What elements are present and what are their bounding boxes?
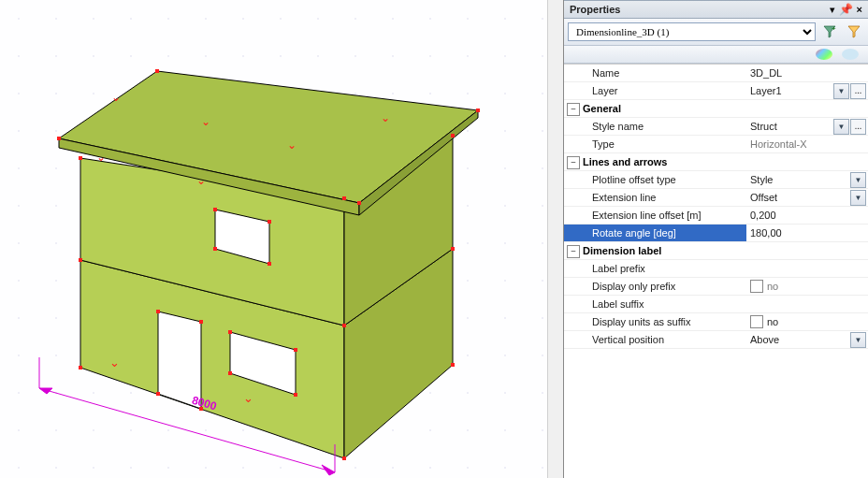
ellipsis-button[interactable]: ... xyxy=(850,119,866,135)
svg-rect-25 xyxy=(57,137,61,140)
prop-rotate-angle-label: Rotate angle [deg] xyxy=(564,225,746,241)
prop-style-name-value[interactable]: Struct ▼ ... xyxy=(746,118,868,135)
svg-rect-21 xyxy=(451,247,455,251)
prop-layer-value[interactable]: Layer1 ▼ ... xyxy=(746,82,868,99)
prop-display-units-suffix-value[interactable]: no xyxy=(746,313,868,330)
svg-rect-19 xyxy=(79,258,82,262)
prop-ext-offset-value[interactable]: 0,200 xyxy=(746,207,868,224)
svg-rect-16 xyxy=(79,366,82,369)
svg-text:⌄: ⌄ xyxy=(381,111,390,124)
svg-rect-39 xyxy=(213,247,217,251)
svg-rect-29 xyxy=(156,310,160,313)
panel-tab-row xyxy=(564,46,868,64)
prop-layer-label: Layer xyxy=(564,82,746,99)
prop-plot-offset-type-label: Plotline offset type xyxy=(564,171,746,188)
funnel-icon[interactable] xyxy=(844,22,864,42)
svg-rect-35 xyxy=(228,371,232,375)
checkbox[interactable] xyxy=(750,280,763,293)
svg-rect-22 xyxy=(79,156,82,160)
svg-rect-33 xyxy=(228,330,232,334)
prop-display-units-suffix-label: Display units as suffix xyxy=(564,313,746,330)
prop-style-name-label: Style name xyxy=(564,118,746,135)
prop-display-only-prefix-label: Display only prefix xyxy=(564,278,746,295)
prop-rotate-angle-value[interactable]: 180,00 xyxy=(746,225,868,241)
prop-plot-offset-type-value[interactable]: Style ▼ xyxy=(746,171,868,188)
properties-panel: Properties ▾ 📌 × Dimensionline_3D (1) + … xyxy=(563,0,868,478)
dropdown-icon[interactable]: ▼ xyxy=(850,332,866,348)
svg-rect-18 xyxy=(451,363,455,367)
svg-rect-37 xyxy=(213,208,217,211)
palette-icon[interactable] xyxy=(816,49,832,60)
panel-title: Properties xyxy=(570,4,620,15)
prop-name-label: Name xyxy=(564,65,746,81)
panel-toolbar: Dimensionline_3D (1) + xyxy=(564,19,868,46)
prop-ext-offset-label: Extension line offset [m] xyxy=(564,207,746,224)
group-toggle-lines[interactable]: − xyxy=(567,156,580,169)
svg-rect-38 xyxy=(268,220,271,224)
prop-display-only-prefix-value[interactable]: no xyxy=(746,278,868,295)
funnel-add-icon[interactable]: + xyxy=(819,22,840,42)
group-toggle-dimlabel[interactable]: − xyxy=(567,245,580,258)
property-grid: Name 3D_DL Layer Layer1 ▼ ... − General … xyxy=(564,64,868,478)
group-dimlabel: Dimension label xyxy=(583,242,661,259)
3d-viewport[interactable]: ⌄ ⌄ ⌄ ⌄ ⌄ ⌄ ⌄ ⌄ 8000 xyxy=(0,0,563,478)
svg-rect-30 xyxy=(199,320,203,324)
prop-ext-line-label: Extension line xyxy=(564,189,746,206)
svg-text:+: + xyxy=(832,24,836,33)
svg-rect-24 xyxy=(451,134,455,138)
svg-rect-27 xyxy=(476,109,480,112)
selection-dropdown[interactable]: Dimensionline_3D (1) xyxy=(568,22,816,41)
dropdown-icon[interactable]: ▼ xyxy=(850,172,866,188)
prop-label-prefix-value[interactable] xyxy=(746,260,868,277)
svg-text:⌄: ⌄ xyxy=(111,91,121,104)
dropdown-icon[interactable]: ▾ xyxy=(830,4,835,16)
svg-text:⌄: ⌄ xyxy=(201,115,210,128)
prop-label-suffix-label: Label suffix xyxy=(564,296,746,312)
prop-name-value[interactable]: 3D_DL xyxy=(746,65,868,81)
svg-text:⌄: ⌄ xyxy=(109,355,120,369)
group-lines: Lines and arrows xyxy=(583,153,667,170)
svg-rect-36 xyxy=(294,393,297,397)
prop-vertical-position-label: Vertical position xyxy=(564,331,746,348)
group-toggle-general[interactable]: − xyxy=(567,103,580,116)
svg-text:⌄: ⌄ xyxy=(287,138,297,152)
svg-rect-17 xyxy=(342,456,346,460)
prop-type-value: Horizontal-X xyxy=(746,136,868,152)
prop-vertical-position-value[interactable]: Above ▼ xyxy=(746,331,868,348)
svg-rect-28 xyxy=(155,69,159,73)
checkbox[interactable] xyxy=(750,315,763,328)
dropdown-icon[interactable]: ▼ xyxy=(833,83,849,99)
panel-titlebar[interactable]: Properties ▾ 📌 × xyxy=(564,0,868,19)
ellipsis-button[interactable]: ... xyxy=(850,83,866,99)
svg-text:⌄: ⌄ xyxy=(96,151,106,164)
prop-type-label: Type xyxy=(564,136,746,152)
svg-rect-23 xyxy=(342,196,346,200)
svg-text:⌄: ⌄ xyxy=(196,174,206,187)
prop-ext-line-value[interactable]: Offset ▼ xyxy=(746,189,868,206)
viewport-vertical-scrollbar[interactable] xyxy=(547,0,563,478)
layout-icon[interactable] xyxy=(842,49,859,60)
group-general: General xyxy=(583,100,621,117)
svg-text:⌄: ⌄ xyxy=(243,391,253,405)
svg-rect-40 xyxy=(268,262,271,266)
svg-rect-26 xyxy=(357,201,361,205)
svg-marker-15 xyxy=(322,465,335,475)
pin-icon[interactable]: 📌 xyxy=(839,3,853,16)
close-icon[interactable]: × xyxy=(857,4,862,15)
svg-rect-34 xyxy=(294,348,297,352)
scene-svg: ⌄ ⌄ ⌄ ⌄ ⌄ ⌄ ⌄ ⌄ xyxy=(0,0,563,478)
dropdown-icon[interactable]: ▼ xyxy=(833,119,849,135)
prop-label-suffix-value[interactable] xyxy=(746,296,868,312)
prop-label-prefix-label: Label prefix xyxy=(564,260,746,277)
svg-rect-31 xyxy=(156,392,160,396)
svg-rect-20 xyxy=(342,324,346,327)
dropdown-icon[interactable]: ▼ xyxy=(850,190,866,206)
